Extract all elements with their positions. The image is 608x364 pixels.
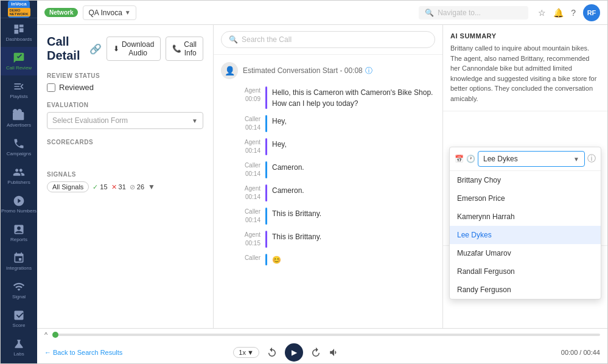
list-item[interactable]: Emerson Price bbox=[450, 189, 601, 208]
time-display: 00:00 / 00:44 bbox=[561, 349, 600, 356]
sidebar-item-reports[interactable]: Reports bbox=[1, 219, 37, 247]
sidebar: inVoca DEMONETWORK Dashboards Call Revie… bbox=[1, 1, 37, 363]
play-icon: ▶ bbox=[292, 348, 297, 357]
msg-text: This is Brittany. bbox=[272, 231, 321, 248]
download-audio-button[interactable]: ⬇ Download Audio bbox=[107, 37, 161, 61]
qa-dropdown-label: QA Invoca bbox=[88, 9, 122, 17]
app-logo: inVoca DEMONETWORK bbox=[1, 1, 37, 18]
msg-text: 😊 bbox=[272, 254, 281, 265]
network-badge[interactable]: Network bbox=[44, 8, 78, 17]
list-item[interactable]: Kamerynn Harrah bbox=[450, 208, 601, 226]
call-info-button[interactable]: 📞 Call Info bbox=[166, 37, 203, 61]
collapse-button[interactable]: ^ bbox=[44, 331, 47, 338]
help-icon[interactable]: ? bbox=[571, 8, 576, 18]
playback-controls: 1x ▼ ▶ bbox=[233, 343, 340, 362]
svg-rect-0 bbox=[15, 25, 19, 29]
check-icon: ✓ bbox=[93, 183, 98, 191]
agent-bar bbox=[265, 184, 267, 201]
agent-dropdown-list: Brittany Choy Emerson Price Kamerynn Har… bbox=[450, 170, 601, 299]
msg-text: Hey, bbox=[272, 115, 287, 132]
conv-start-text: Estimated Conversation Start - 00:08 ⓘ bbox=[243, 66, 372, 76]
dropdown-selected-value: Lee Dykes bbox=[483, 155, 518, 163]
bell-icon[interactable]: 🔔 bbox=[553, 8, 564, 18]
agent-dropdown-trigger[interactable]: Lee Dykes ▼ bbox=[478, 151, 585, 167]
list-item[interactable]: Randy Ferguson bbox=[450, 281, 601, 299]
rewind-button[interactable] bbox=[267, 347, 278, 358]
signals-section: SIGNALS All Signals ✓ 15 ✕ 31 ⊘ bbox=[47, 171, 203, 192]
back-arrow-icon: ← bbox=[44, 349, 51, 356]
user-avatar[interactable]: RF bbox=[583, 4, 600, 21]
controls-row: ← Back to Search Results 1x ▼ ▶ bbox=[37, 341, 607, 363]
agent-bar bbox=[265, 138, 267, 155]
nav-search-placeholder: Navigate to... bbox=[438, 9, 481, 17]
signals-chevron-icon[interactable]: ▼ bbox=[148, 183, 155, 191]
sidebar-item-publishers[interactable]: Publishers bbox=[1, 161, 37, 190]
info-icon[interactable]: ⓘ bbox=[587, 153, 596, 164]
msg-meta: Caller 00:14 bbox=[221, 161, 260, 178]
evaluation-select[interactable]: Select Evaluation Form ▼ bbox=[47, 112, 203, 129]
nav-search[interactable]: 🔍 Navigate to... bbox=[419, 6, 528, 19]
msg-meta: Agent 00:09 bbox=[221, 86, 260, 109]
table-row: Agent 00:14 Cameron. bbox=[221, 184, 435, 201]
speed-button[interactable]: 1x ▼ bbox=[233, 347, 259, 358]
signal-x-tag: ✕ 31 bbox=[111, 183, 126, 191]
list-item[interactable]: Brittany Choy bbox=[450, 171, 601, 189]
timeline-track[interactable] bbox=[52, 334, 600, 336]
back-to-search-link[interactable]: ← Back to Search Results bbox=[44, 349, 122, 356]
sidebar-item-dashboards[interactable]: Dashboards bbox=[1, 18, 37, 47]
sidebar-item-labs[interactable]: Labs bbox=[1, 333, 37, 362]
chevron-down-icon: ▼ bbox=[125, 9, 131, 16]
reviewed-checkbox-input[interactable] bbox=[47, 83, 55, 92]
search-icon: 🔍 bbox=[425, 9, 434, 17]
list-item[interactable]: Randall Ferguson bbox=[450, 262, 601, 281]
timeline-row: ^ bbox=[37, 329, 607, 341]
sidebar-item-call-review[interactable]: Call Review bbox=[1, 47, 37, 75]
call-search-placeholder: Search the Call bbox=[242, 35, 292, 44]
evaluation-section: EVALUATION Select Evaluation Form ▼ bbox=[47, 102, 203, 129]
qa-dropdown[interactable]: QA Invoca ▼ bbox=[83, 5, 136, 20]
msg-text: Cameron. bbox=[272, 161, 304, 178]
call-search-input[interactable]: 🔍 Search the Call bbox=[221, 31, 435, 48]
signals-row: All Signals ✓ 15 ✕ 31 ⊘ 26 bbox=[47, 181, 203, 192]
msg-meta: Caller bbox=[221, 254, 260, 265]
agent-bar bbox=[265, 231, 267, 248]
info-icon[interactable]: ⓘ bbox=[365, 66, 372, 76]
star-icon[interactable]: ☆ bbox=[538, 8, 546, 18]
list-item[interactable]: Muzafar Umarov bbox=[450, 244, 601, 262]
reviewed-checkbox[interactable]: Reviewed bbox=[47, 83, 203, 92]
sidebar-item-campaigns[interactable]: Campaigns bbox=[1, 133, 37, 161]
sidebar-item-score[interactable]: Score bbox=[1, 304, 37, 333]
logo-text: inVoca bbox=[11, 2, 27, 7]
table-row: Agent 00:14 Hey, bbox=[221, 138, 435, 155]
dropdown-option-emerson: Emerson Price bbox=[457, 194, 505, 203]
scorecard-area bbox=[47, 149, 203, 161]
volume-button[interactable] bbox=[329, 347, 340, 358]
chevron-down-icon: ▼ bbox=[573, 156, 579, 163]
fast-forward-button[interactable] bbox=[310, 347, 321, 358]
link-icon[interactable]: 🔗 bbox=[89, 43, 102, 55]
ban-icon: ⊘ bbox=[130, 183, 135, 191]
signals-all-filter[interactable]: All Signals bbox=[47, 181, 89, 192]
msg-meta: Caller 00:14 bbox=[221, 208, 260, 225]
sidebar-item-promo-numbers[interactable]: Promo Numbers bbox=[1, 190, 37, 219]
scorecards-section: SCORECARDS bbox=[47, 139, 203, 161]
agent-bar bbox=[265, 86, 267, 109]
list-item[interactable]: Lee Dykes bbox=[450, 226, 601, 244]
sidebar-item-playlists[interactable]: Playlists bbox=[1, 75, 37, 104]
sig-ban-count: 26 bbox=[137, 183, 144, 191]
left-panel: Call Detail 🔗 ⬇ Download Audio 📞 Call In… bbox=[37, 25, 214, 328]
dropdown-option-randall: Randall Ferguson bbox=[457, 267, 515, 276]
page-title: Call Detail bbox=[47, 35, 89, 63]
sidebar-item-signal[interactable]: Signal bbox=[1, 276, 37, 304]
dropdown-trigger-row: 📅 🕐 Lee Dykes ▼ ⓘ bbox=[450, 147, 601, 170]
agent-dropdown-overlay: 📅 🕐 Lee Dykes ▼ ⓘ Brittany Choy bbox=[449, 147, 601, 299]
table-row: Caller 00:14 Hey, bbox=[221, 115, 435, 132]
header-actions: 🔗 ⬇ Download Audio 📞 Call Info bbox=[89, 37, 203, 61]
play-button[interactable]: ▶ bbox=[285, 343, 303, 362]
sidebar-item-advertisers[interactable]: Advertisers bbox=[1, 104, 37, 133]
sidebar-item-settings[interactable]: Settings bbox=[1, 362, 37, 364]
sidebar-item-integrations[interactable]: Integrations bbox=[1, 247, 37, 276]
msg-meta: Caller 00:14 bbox=[221, 115, 260, 132]
review-status-label: REVIEW STATUS bbox=[47, 72, 203, 79]
msg-meta: Agent 00:14 bbox=[221, 138, 260, 155]
